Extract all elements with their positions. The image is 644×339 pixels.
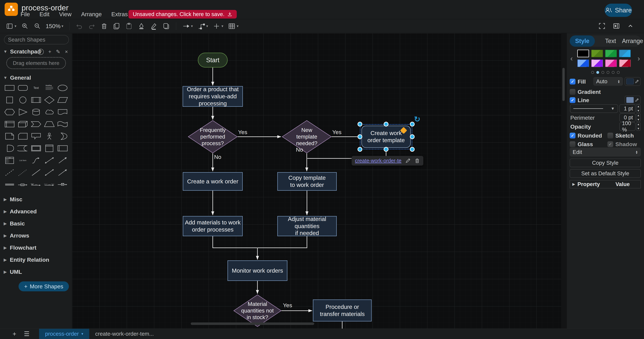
shape-arrow[interactable] xyxy=(56,155,69,165)
perimeter-stepper[interactable]: ▲▼ xyxy=(636,113,640,122)
shape-and[interactable] xyxy=(3,143,16,153)
fill-color-icon[interactable] xyxy=(138,22,145,31)
node-procedure-transfer[interactable]: Procedure or transfer materials xyxy=(313,300,372,322)
sidebar-toggle-icon[interactable] xyxy=(6,22,14,31)
selection-handle[interactable] xyxy=(358,134,362,139)
node-adjust-quantities[interactable]: Adjust material quantities if needed xyxy=(277,216,337,236)
delete-link-icon[interactable] xyxy=(414,158,420,164)
shape-rounded-rectangle[interactable] xyxy=(16,83,30,93)
horizontal-scrollbar[interactable] xyxy=(191,322,314,325)
close-icon[interactable]: × xyxy=(65,49,68,55)
swatch-page-dot-0[interactable] xyxy=(591,71,594,74)
swatch-page-dot-4[interactable] xyxy=(612,71,614,74)
swatch-next-icon[interactable]: › xyxy=(638,54,640,62)
style-swatch-4[interactable] xyxy=(577,60,589,67)
fill-checkbox[interactable]: ✓ xyxy=(570,79,576,84)
page-tab-0[interactable]: process-order▾ xyxy=(39,329,89,339)
eyedropper-icon[interactable] xyxy=(635,98,639,102)
opacity-input[interactable]: 100 % xyxy=(619,122,636,131)
zoom-level[interactable]: 150% xyxy=(46,22,60,31)
zoom-out-icon[interactable] xyxy=(33,22,41,31)
pages-menu-icon[interactable]: ☰ xyxy=(24,330,30,338)
style-swatch-3[interactable] xyxy=(619,50,631,57)
node-copy-template[interactable]: Copy template to work order xyxy=(277,172,337,191)
style-swatch-6[interactable] xyxy=(605,60,617,67)
sketch-checkbox[interactable] xyxy=(608,133,613,138)
shape-link[interactable] xyxy=(3,180,16,190)
selection-handle[interactable] xyxy=(384,122,388,127)
shape-cylinder[interactable] xyxy=(30,107,43,117)
menu-extras[interactable]: Extras xyxy=(111,11,128,18)
style-swatch-2[interactable] xyxy=(605,50,617,57)
gradient-checkbox[interactable] xyxy=(570,89,576,95)
tab-text[interactable]: Text xyxy=(602,38,620,44)
shape-line[interactable] xyxy=(30,167,43,178)
unsaved-changes-button[interactable]: Unsaved changes. Click here to save. xyxy=(128,10,237,18)
edge-style-icon[interactable] xyxy=(182,22,190,31)
sidebar-section-uml[interactable]: ▶UML xyxy=(0,266,72,278)
shape-cube[interactable] xyxy=(16,119,30,129)
shape-step[interactable] xyxy=(30,119,43,129)
vertical-scrollbar[interactable] xyxy=(562,68,565,101)
node-monitor-work-orders[interactable]: Monitor work orders xyxy=(228,260,288,281)
format-panel-toggle-icon[interactable] xyxy=(612,22,620,30)
diagram-canvas[interactable]: StartOrder a product that requires value… xyxy=(72,33,561,328)
selection-handle[interactable] xyxy=(358,122,362,127)
shape-internal-storage[interactable] xyxy=(3,119,16,129)
fill-color-chip[interactable] xyxy=(626,78,634,84)
shape-dashed-line[interactable] xyxy=(3,167,16,178)
sidebar-section-entity-relation[interactable]: ▶Entity Relation xyxy=(0,254,72,266)
shape-arrow-source-label[interactable]: SourceLabel xyxy=(30,180,43,190)
shape-vertical-container[interactable] xyxy=(43,143,56,153)
add-icon[interactable]: + xyxy=(48,49,51,55)
rotate-handle-icon[interactable]: ↻ xyxy=(414,115,420,124)
collapse-toolbar-icon[interactable] xyxy=(627,23,634,30)
stroke-color-icon[interactable] xyxy=(150,22,158,31)
opacity-stepper[interactable]: ▲▼ xyxy=(636,122,640,131)
scratchpad-header[interactable]: ▼ Scratchpad xyxy=(3,48,41,55)
node-create-a-work-order[interactable]: Create a work order xyxy=(183,172,243,191)
edit-link-icon[interactable] xyxy=(405,158,411,164)
property-section-header[interactable]: ▶ Property Value xyxy=(570,180,641,188)
search-shapes-box[interactable] xyxy=(4,35,69,44)
shape-bidirectional-connector[interactable] xyxy=(43,167,56,178)
edit-style-select[interactable]: Edit ▲▼ xyxy=(570,148,641,156)
menu-arrange[interactable]: Arrange xyxy=(81,11,102,18)
scratchpad-dropzone[interactable]: Drag elements here xyxy=(6,57,66,69)
style-swatch-0[interactable] xyxy=(577,50,589,57)
swatch-page-dot-5[interactable] xyxy=(617,71,620,74)
app-logo-icon[interactable] xyxy=(5,3,18,16)
menu-file[interactable]: File xyxy=(20,11,30,18)
shape-horizontal-container[interactable] xyxy=(56,143,69,153)
shape-bidirectional-arrow[interactable] xyxy=(43,155,56,165)
shape-text[interactable]: Text xyxy=(30,83,43,93)
fill-color-well[interactable] xyxy=(625,77,640,86)
sidebar-section-basic[interactable]: ▶Basic xyxy=(0,218,72,230)
help-icon[interactable]: ? xyxy=(38,49,44,55)
swatch-prev-icon[interactable]: ‹ xyxy=(570,54,573,62)
selection-handle[interactable] xyxy=(358,147,362,152)
shape-circle[interactable] xyxy=(16,95,30,105)
shape-arrow-label[interactable]: Label xyxy=(16,180,30,190)
shape-directional-connector[interactable] xyxy=(56,167,69,178)
line-color-well[interactable] xyxy=(625,96,640,104)
copy-icon[interactable] xyxy=(112,22,120,31)
redo-icon[interactable] xyxy=(88,22,96,31)
selection-handle[interactable] xyxy=(410,134,415,139)
page-tab-1[interactable]: create-work-order-tem... xyxy=(89,329,160,339)
shape-dotted-line[interactable] xyxy=(16,167,30,178)
shape-data-storage[interactable] xyxy=(16,143,30,153)
paste-icon[interactable] xyxy=(125,22,133,31)
shape-list-item[interactable]: List Item xyxy=(16,155,30,165)
line-style-select[interactable]: ▼ xyxy=(570,104,618,113)
selection-handle[interactable] xyxy=(384,147,388,152)
style-swatch-1[interactable] xyxy=(591,50,603,57)
line-checkbox[interactable]: ✓ xyxy=(570,97,576,103)
shape-link[interactable]: create-work-order-template xyxy=(355,158,402,164)
shape-callout[interactable] xyxy=(30,131,43,141)
menu-edit[interactable]: Edit xyxy=(40,11,49,18)
shape-rectangle[interactable] xyxy=(3,83,16,93)
set-default-style-button[interactable]: Set as Default Style xyxy=(570,169,641,178)
shape-ellipse[interactable] xyxy=(56,83,69,93)
insert-icon[interactable] xyxy=(212,22,220,31)
